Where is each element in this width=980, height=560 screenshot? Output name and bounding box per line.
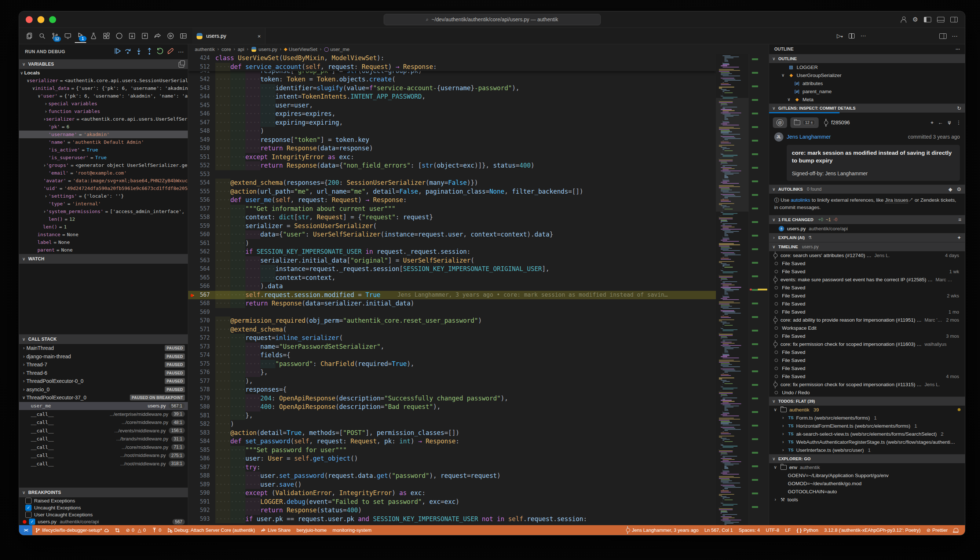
sticky-line[interactable]: 512····def service_account(self, request… xyxy=(188,63,716,72)
line-number[interactable]: 564 xyxy=(188,265,215,273)
line-number[interactable]: 571 xyxy=(188,325,215,334)
line-number[interactable]: 581 xyxy=(188,412,215,420)
code-line[interactable]: 587········try: xyxy=(188,463,716,472)
files-changed-section-header[interactable]: ∨1 FILE CHANGED +0 ~1 -0 ≡ xyxy=(769,215,965,224)
line-number[interactable]: 560 xyxy=(188,230,215,239)
todo-file-row[interactable]: ›TSak-search-select-view.ts (web/src/ele… xyxy=(769,430,965,438)
checkbox[interactable]: ✓ xyxy=(25,505,32,511)
line-number[interactable]: 566 xyxy=(188,282,215,291)
line-number[interactable]: 544 xyxy=(188,92,215,101)
timeline-item[interactable]: core: add ability to provide reason for … xyxy=(769,316,965,324)
status-3-12-8-authentik-xeahpgph-py3-[interactable]: 3.12.8 ('authentik-xEAhpGPh-py3.12': Poe… xyxy=(821,527,923,533)
status-errwarn-icon[interactable]: ⊘0△0 xyxy=(123,527,148,533)
code-line[interactable]: 573············name="UserPasswordSetSeri… xyxy=(188,343,716,351)
stack-frame-row[interactable]: __call__.../core/middleware.py71:1 xyxy=(19,443,188,452)
code-line[interactable]: 590········except (ValidationError, Inte… xyxy=(188,489,716,498)
tools-row[interactable]: ›⚒tools xyxy=(769,495,965,503)
code-line[interactable]: 588············user.set_password(request… xyxy=(188,472,716,480)
search-icon[interactable] xyxy=(36,29,48,43)
run-python-file-icon[interactable]: ▷▾ xyxy=(837,33,843,39)
settings-gear-icon[interactable]: ⚙ xyxy=(913,16,918,23)
package-download-icon[interactable] xyxy=(126,29,138,43)
timeline-item[interactable]: events: make sure password set event has… xyxy=(769,275,965,283)
code-line[interactable]: 566············).data xyxy=(188,282,716,291)
command-center[interactable]: ⌕ ~/dev/authentik/authentik/core/api/use… xyxy=(383,14,601,25)
line-number[interactable]: 584 xyxy=(188,437,215,446)
line-number[interactable]: 590 xyxy=(188,489,215,498)
extensions-icon[interactable] xyxy=(100,29,112,43)
code-line[interactable]: 592············return Response(status=40… xyxy=(188,506,716,515)
breakpoint-row[interactable]: ✓Uncaught Exceptions xyxy=(19,504,188,511)
line-number[interactable]: 588 xyxy=(188,472,215,480)
todo-file-row[interactable]: ›TSHorizontalFormElement.ts (web/src/ele… xyxy=(769,422,965,430)
outline-row[interactable]: [ø]parent_name xyxy=(769,87,965,95)
code-line[interactable]: 586········user: User = self.get_object(… xyxy=(188,454,716,463)
refresh-icon[interactable]: ↻ xyxy=(957,105,961,111)
line-number[interactable]: 565 xyxy=(188,273,215,282)
line-number[interactable]: 554 xyxy=(188,178,215,187)
thread-row[interactable]: ›asyncio_0PAUSED xyxy=(19,385,188,394)
status-bell-icon[interactable] xyxy=(951,529,961,532)
toggle-panel-icon[interactable] xyxy=(937,17,945,22)
stack-frame-row[interactable]: __call__.../root/middleware.py318:1 xyxy=(19,460,188,468)
line-number[interactable]: 424 xyxy=(188,54,215,63)
line-number[interactable]: 557 xyxy=(188,205,215,213)
explorer-go-section-header[interactable]: ∨EXPLORER: GO xyxy=(769,454,965,463)
line-number[interactable]: 587 xyxy=(188,463,215,472)
code-line[interactable]: 550············return Response(data=resp… xyxy=(188,144,716,153)
toggle-secondary-sidebar-icon[interactable] xyxy=(950,17,958,22)
line-number[interactable]: 573 xyxy=(188,343,215,351)
code-line[interactable]: 589············user.save() xyxy=(188,480,716,489)
code-line[interactable]: 560············data={"user": UserSelfSer… xyxy=(188,230,716,239)
line-number[interactable]: 569 xyxy=(188,308,215,317)
variable-row[interactable]: 'type'='internal' xyxy=(19,200,188,208)
stack-frame-row[interactable]: user_meusers.py567:1 xyxy=(19,402,188,410)
code-line[interactable]: 553 xyxy=(188,170,716,179)
code-line[interactable]: 561········) xyxy=(188,239,716,248)
code-line[interactable]: 564················instance=request._req… xyxy=(188,265,716,273)
source-control-icon[interactable]: 12 xyxy=(49,29,60,43)
code-line[interactable]: 544················intent=TokenIntents.I… xyxy=(188,92,716,101)
commit-hash[interactable]: f285096 xyxy=(831,120,850,125)
breakpoint-row[interactable]: ✓users.pyauthentik/core/api567 xyxy=(19,518,188,525)
status-live-share[interactable]: Live Share xyxy=(258,527,293,533)
diamond-icon[interactable]: ◆ xyxy=(948,186,952,192)
variable-row[interactable]: ›'groups'=<generator object UserSelfSeri… xyxy=(19,162,188,169)
status-debug-attach-server-core-authe[interactable]: Debug: Attach Server Core (authentik) xyxy=(164,527,258,533)
minimap[interactable] xyxy=(716,54,749,525)
code-line[interactable]: 570····@permission_required(obj_perm="au… xyxy=(188,317,716,325)
variable-row[interactable]: ›serializer=<authentik.core.api.users.Us… xyxy=(19,115,188,123)
status-python[interactable]: { }Python xyxy=(794,527,821,533)
continue-icon[interactable] xyxy=(113,47,122,57)
commit-author-link[interactable]: Jens Langhammer xyxy=(787,134,831,140)
outline-row[interactable]: ∨◆UserGroupSerializer xyxy=(769,71,965,79)
line-number[interactable]: 555 xyxy=(188,187,215,196)
code-line[interactable]: 541············response["group_pk"] = st… xyxy=(188,71,716,75)
code-line[interactable]: 556····def user_me(self, request: Reques… xyxy=(188,196,716,205)
code-line[interactable]: 568········return Response(data=serializ… xyxy=(188,299,716,308)
timeline-item[interactable]: core: fix permission check for scoped im… xyxy=(769,380,965,388)
stack-frame-row[interactable]: __call__.../events/middleware.py156:1 xyxy=(19,427,188,435)
line-number[interactable]: ▶567 xyxy=(188,291,215,300)
line-number[interactable]: 582 xyxy=(188,420,215,429)
code-line[interactable]: 585········"""Set password for user""" xyxy=(188,446,716,455)
code-line[interactable]: 545················user=user, xyxy=(188,101,716,110)
split-editor-icon[interactable] xyxy=(849,33,855,38)
breakpoint-row[interactable]: Raised Exceptions xyxy=(19,497,188,504)
step-out-icon[interactable] xyxy=(145,47,154,57)
account-icon[interactable] xyxy=(901,17,907,22)
code-line[interactable]: 579············204: OpenApiResponse(desc… xyxy=(188,394,716,403)
variable-row[interactable]: label=None xyxy=(19,238,188,246)
checkbox[interactable]: ✓ xyxy=(29,518,35,525)
status-beryjuio-home[interactable]: beryjuio-home xyxy=(293,527,329,533)
panel-layout-icon[interactable] xyxy=(939,33,947,39)
line-number[interactable]: 545 xyxy=(188,101,215,110)
line-number[interactable]: 574 xyxy=(188,351,215,360)
todo-root-row[interactable]: ∨authentik39 xyxy=(769,406,965,414)
status-jens-langhammer-3-years-ago[interactable]: Jens Langhammer, 3 years ago xyxy=(623,527,702,533)
toggle-sidebar-icon[interactable] xyxy=(924,17,931,22)
breakpoint-row[interactable]: User Uncaught Exceptions xyxy=(19,511,188,518)
line-number[interactable]: 579 xyxy=(188,394,215,403)
variable-row[interactable]: instance=None xyxy=(19,231,188,238)
breadcrumb[interactable]: authentik›core›api› users.py›◆ UserViewS… xyxy=(188,44,769,54)
